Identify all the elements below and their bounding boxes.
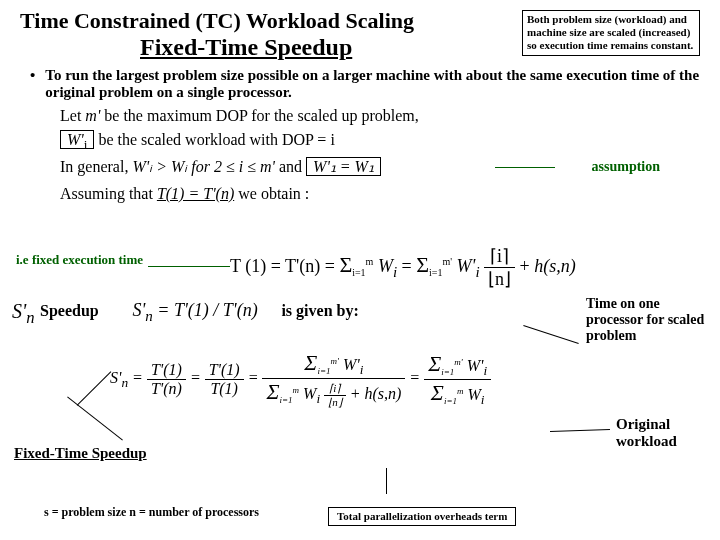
- footer-legend: s = problem size n = number of processor…: [44, 505, 259, 520]
- fts-pointer2: [77, 371, 112, 406]
- heading-main: Time Constrained (TC) Workload Scaling: [20, 8, 414, 33]
- frac-tpn: T'(n): [147, 380, 186, 398]
- math-line3c: and: [279, 158, 306, 175]
- overheads-pointer: [386, 468, 387, 494]
- equation-sprime: S'n = T'(1) T'(n) = T'(1) T(1) = Σi=1m' …: [110, 350, 491, 409]
- frac-tp1b: T'(1): [205, 361, 244, 380]
- callout-scaling-note: Both problem size (workload) and machine…: [522, 10, 700, 56]
- derivation-block: Let m' be the maximum DOP for the scaled…: [20, 107, 700, 237]
- sprime-symbol: S'n: [12, 300, 35, 328]
- math-assume: T(1) = T'(n): [157, 185, 234, 202]
- speedup-def: S'n = T'(1) / T'(n): [132, 300, 257, 320]
- frac-tp1: T'(1): [147, 361, 186, 380]
- overheads-callout: Total parallelization overheads term: [328, 507, 516, 526]
- orig-pointer: [550, 429, 610, 432]
- time-on-one-label: Time on one processor for scaled problem: [586, 296, 706, 344]
- math-line4a: Assuming that: [60, 185, 157, 202]
- math-line3a: In general,: [60, 158, 132, 175]
- bullet-text: To run the largest problem size possible…: [45, 67, 700, 101]
- bullet-main: • To run the largest problem size possib…: [30, 67, 700, 101]
- math-line4c: we obtain :: [238, 185, 309, 202]
- assumption-pointer: [495, 167, 555, 169]
- math-line1a: Let: [60, 107, 85, 124]
- fixed-exec-pointer: [148, 266, 230, 267]
- bullet-dot: •: [30, 67, 35, 101]
- fixed-exec-label: i.e fixed execution time: [16, 252, 143, 268]
- time-on-one-pointer: [523, 325, 578, 344]
- math-w1eq: W'₁ = W₁: [313, 158, 374, 175]
- math-ineq: W'ᵢ > Wᵢ for 2 ≤ i ≤ m': [132, 158, 275, 175]
- is-given-by: is given by:: [281, 302, 358, 319]
- speedup-label: Speedup: [40, 302, 99, 319]
- original-workload-label: Original workload: [616, 416, 706, 450]
- math-m-prime: m': [85, 107, 100, 124]
- math-line1c: be the maximum DOP for the scaled up pro…: [104, 107, 418, 124]
- math-w-prime: W': [67, 131, 84, 148]
- frac-t1: T(1): [205, 380, 244, 398]
- equation-t1: T (1) = T'(n) = Σi=1m Wi = Σi=1m' W'i ⌈i…: [230, 245, 576, 290]
- fixed-time-speedup-label: Fixed-Time Speedup: [14, 445, 147, 462]
- assumption-label: assumption: [592, 159, 660, 175]
- math-line2b: be the scaled workload with DOP = i: [98, 131, 334, 148]
